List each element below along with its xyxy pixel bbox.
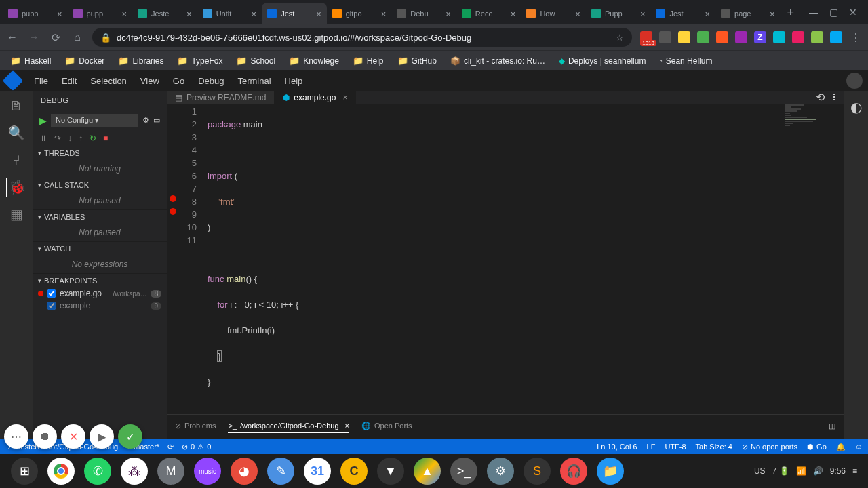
tray-icon[interactable]: ≡ xyxy=(852,466,857,476)
code-content[interactable]: package main import ( "fmt" ) func main(… xyxy=(208,104,783,414)
close-icon[interactable]: × xyxy=(381,9,387,19)
browser-tab[interactable]: How× xyxy=(521,3,586,24)
bookmark-link[interactable]: ▫Sean Hellum xyxy=(654,54,717,68)
battery-icon[interactable]: 7 🔋 xyxy=(772,466,789,476)
code-icon[interactable]: C xyxy=(340,458,368,485)
new-tab-button[interactable]: + xyxy=(781,5,802,20)
breakpoints-header[interactable]: BREAKPOINTS xyxy=(33,274,167,287)
bookmark-folder[interactable]: 📁School xyxy=(231,54,280,68)
play-button[interactable]: ▶ xyxy=(90,424,114,449)
close-window-icon[interactable]: ✕ xyxy=(849,7,857,18)
breakpoint-checkbox[interactable] xyxy=(47,289,56,298)
close-icon[interactable]: × xyxy=(446,9,451,19)
status-cursor[interactable]: Ln 10, Col 6 xyxy=(597,443,637,451)
browser-tab[interactable]: page× xyxy=(715,3,781,24)
bookmark-link[interactable]: ◆Deploys | seanhellum xyxy=(554,54,651,68)
close-icon[interactable]: × xyxy=(186,9,192,19)
breakpoint-item[interactable]: example 9 xyxy=(33,300,167,312)
discord-icon[interactable]: 🎧 xyxy=(560,458,587,485)
source-control-icon[interactable]: ⑂ xyxy=(7,150,26,169)
bookmark-folder[interactable]: 📁Libraries xyxy=(113,54,168,68)
more-button[interactable]: ⋯ xyxy=(4,424,28,449)
extension-icon[interactable] xyxy=(773,31,785,43)
drive-icon[interactable]: ▲ xyxy=(414,458,441,485)
extension-icon[interactable] xyxy=(697,31,709,43)
editor-tab-active[interactable]: ⬢ example.go × xyxy=(275,91,356,104)
slack-icon[interactable]: ⁂ xyxy=(121,458,148,485)
confirm-button[interactable]: ✓ xyxy=(118,424,142,449)
start-debug-icon[interactable]: ▶ xyxy=(39,115,47,126)
status-encoding[interactable]: UTF-8 xyxy=(665,443,686,451)
status-bell[interactable]: 🔔 xyxy=(836,443,846,451)
variables-header[interactable]: VARIABLES xyxy=(33,210,167,224)
clock[interactable]: 9:56 xyxy=(830,466,846,476)
browser-tab[interactable]: pupp× xyxy=(3,3,68,24)
music-icon[interactable]: music xyxy=(194,458,221,485)
menu-go[interactable]: Go xyxy=(167,73,190,89)
github-icon[interactable]: ◐ xyxy=(850,99,862,115)
mail-icon[interactable]: M xyxy=(157,458,184,485)
extension-icon[interactable] xyxy=(640,31,652,43)
bookmark-folder[interactable]: 📁GitHub xyxy=(393,54,441,68)
status-sync[interactable]: ⟳ xyxy=(167,443,174,451)
step-over-icon[interactable]: ↷ xyxy=(54,134,61,143)
home-icon[interactable]: ⌂ xyxy=(71,31,84,43)
step-out-icon[interactable]: ↑ xyxy=(79,134,83,143)
extension-icon[interactable] xyxy=(830,31,842,43)
bookmark-folder[interactable]: 📁Docker xyxy=(60,54,109,68)
vm-icon[interactable]: ▼ xyxy=(377,458,404,485)
gitpod-logo-icon[interactable] xyxy=(2,70,23,91)
sublime-icon[interactable]: S xyxy=(524,458,551,485)
files-icon[interactable]: 📁 xyxy=(597,458,624,485)
back-icon[interactable]: ← xyxy=(5,31,19,43)
ports-tab[interactable]: 🌐Open Ports xyxy=(361,419,412,433)
close-icon[interactable]: × xyxy=(252,9,257,19)
browser-tab-active[interactable]: Jest× xyxy=(262,3,327,24)
status-tabsize[interactable]: Tab Size: 4 xyxy=(696,443,732,451)
bookmark-folder[interactable]: 📁Help xyxy=(348,54,389,68)
extension-icon[interactable] xyxy=(735,31,747,43)
breakpoint-checkbox[interactable] xyxy=(47,302,56,310)
browser-tab[interactable]: Untit× xyxy=(197,3,262,24)
editor-tab[interactable]: ▤ Preview README.md xyxy=(167,91,275,104)
extension-icon[interactable] xyxy=(716,31,728,43)
status-errors[interactable]: ⊘ 0 ⚠ 0 xyxy=(182,443,211,451)
cancel-button[interactable]: ✕ xyxy=(61,424,85,449)
close-icon[interactable]: × xyxy=(705,9,710,19)
browser-tab[interactable]: pupp× xyxy=(68,3,133,24)
bookmark-link[interactable]: 📦cli_kit - crates.io: Ru… xyxy=(446,54,550,68)
chrome-icon[interactable] xyxy=(47,458,75,485)
volume-icon[interactable]: 🔊 xyxy=(813,466,823,476)
close-icon[interactable]: × xyxy=(511,9,516,19)
browser-tab[interactable]: Pupp× xyxy=(586,3,651,24)
breakpoint-item[interactable]: example.go /workspa… 8 xyxy=(33,287,167,300)
menu-edit[interactable]: Edit xyxy=(56,73,82,89)
browser-tab[interactable]: Debu× xyxy=(391,3,456,24)
close-icon[interactable]: × xyxy=(57,9,62,19)
extension-icon[interactable]: Z xyxy=(754,31,766,43)
breakpoint-marker[interactable] xyxy=(170,195,176,202)
extensions-icon[interactable]: ▦ xyxy=(7,205,26,224)
restart-icon[interactable]: ↻ xyxy=(90,134,96,143)
avatar[interactable] xyxy=(846,73,863,89)
extension-icon[interactable] xyxy=(678,31,690,43)
calendar-icon[interactable]: 31 xyxy=(304,458,331,485)
settings-icon[interactable]: ⚙ xyxy=(487,458,514,485)
terminal-app-icon[interactable]: >_ xyxy=(450,458,477,485)
close-icon[interactable]: × xyxy=(640,9,646,19)
extension-icon[interactable] xyxy=(792,31,804,43)
close-icon[interactable]: × xyxy=(342,93,347,102)
browser-tab[interactable]: Jeste× xyxy=(132,3,197,24)
search-icon[interactable]: 🔍 xyxy=(7,123,26,142)
console-icon[interactable]: ▭ xyxy=(153,116,160,125)
files-icon[interactable]: 🗎 xyxy=(7,96,26,115)
whatsapp-icon[interactable]: ✆ xyxy=(84,458,111,485)
extension-icon[interactable] xyxy=(659,31,671,43)
callstack-header[interactable]: CALL STACK xyxy=(33,178,167,192)
close-icon[interactable]: × xyxy=(575,9,580,19)
browser-tab[interactable]: gitpo× xyxy=(327,3,392,24)
debug-config-select[interactable]: No Configu ▾ xyxy=(51,114,138,127)
bookmark-folder[interactable]: 📁TypeFox xyxy=(172,54,227,68)
code-editor[interactable]: 1234567891011 package main import ( "fmt… xyxy=(167,104,844,414)
close-icon[interactable]: × xyxy=(770,9,775,19)
